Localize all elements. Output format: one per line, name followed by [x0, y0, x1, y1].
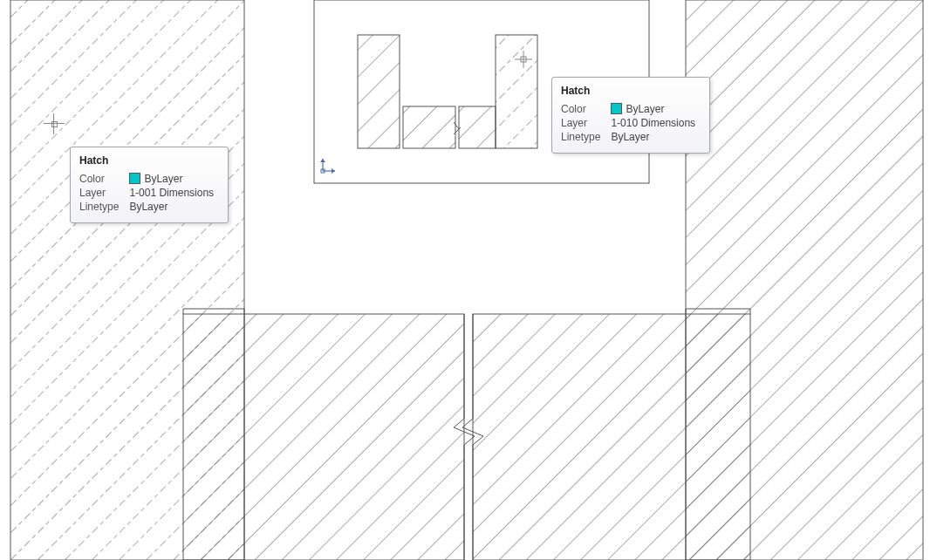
- svg-rect-6: [459, 106, 496, 148]
- tooltip-color-value: ByLayer: [626, 103, 664, 115]
- tooltip-linetype-value: ByLayer: [611, 130, 701, 144]
- tooltip-layer-value: 1-001 Dimensions: [129, 186, 219, 200]
- color-swatch: [129, 173, 140, 184]
- tooltip-layer-label: Layer: [79, 186, 129, 200]
- tooltip-title: Hatch: [561, 85, 701, 97]
- tooltip-linetype-label: Linetype: [79, 200, 129, 214]
- hatch-tooltip-left: Hatch Color ByLayer Layer 1-001 Dimensio…: [70, 147, 229, 223]
- hatch-region-bottom-right[interactable]: [473, 314, 750, 560]
- hatch-tooltip-right: Hatch Color ByLayer Layer 1-010 Dimensio…: [551, 77, 710, 154]
- hatch-region-bottom-left[interactable]: [183, 314, 464, 560]
- tooltip-title: Hatch: [79, 154, 219, 167]
- tooltip-linetype-value: ByLayer: [129, 200, 219, 214]
- tooltip-color-label: Color: [561, 102, 611, 116]
- svg-rect-3: [358, 35, 400, 148]
- svg-rect-4: [496, 35, 537, 148]
- svg-rect-5: [403, 106, 455, 148]
- tooltip-layer-value: 1-010 Dimensions: [611, 116, 701, 130]
- ucs-icon: [320, 159, 335, 174]
- tooltip-linetype-label: Linetype: [561, 130, 611, 144]
- drawing-canvas[interactable]: [0, 0, 930, 560]
- tooltip-layer-label: Layer: [561, 116, 611, 130]
- tooltip-color-label: Color: [79, 172, 129, 186]
- color-swatch: [611, 103, 622, 114]
- tooltip-color-value: ByLayer: [144, 173, 182, 185]
